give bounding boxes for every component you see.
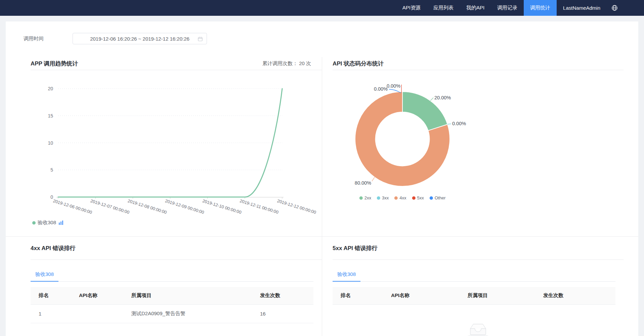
legend-item-3xx[interactable]: 3xx: [377, 195, 389, 200]
main-card: 调用时间 2019-12-06 16:20:26 ~ 2019-12-12 16…: [6, 21, 638, 336]
date-range-value: 2019-12-06 16:20:26 ~ 2019-12-12 16:20:2…: [90, 36, 189, 42]
rank-5xx-tabs: 验收308: [333, 267, 615, 282]
rank-4xx-title: 4xx API 错误排行: [31, 244, 76, 252]
nav-item-call-records[interactable]: 调用记录: [491, 0, 524, 16]
legend-label: 验收308: [38, 220, 56, 226]
call-time-label: 调用时间: [24, 36, 73, 42]
line-chart-svg: 051015202019-12-06 00:00:002019-12-07 00…: [31, 70, 322, 236]
cell-rank: 1: [31, 304, 71, 323]
legend-dot: [377, 196, 380, 200]
y-axis-tick-label: 15: [48, 113, 53, 118]
col-project: 所属项目: [460, 287, 535, 304]
table-header-row: 排名 API名称 所属项目 发生次数: [333, 287, 615, 304]
slice-label-5xx: 0.00%: [387, 83, 400, 89]
col-api-name: API名称: [383, 287, 460, 304]
nav-item-call-statistics[interactable]: 调用统计: [524, 0, 557, 16]
col-count: 发生次数: [252, 287, 313, 304]
legend-dot: [359, 196, 363, 200]
donut-legend[interactable]: 2xx3xx4xx5xxOther: [359, 195, 445, 200]
legend-label: 4xx: [399, 195, 406, 200]
top-nav: API资源 应用列表 我的API 调用记录 调用统计 LastNameAdmin: [0, 0, 644, 16]
charts-section: APP 调用趋势统计 累计调用次数： 20 次 051015202019-12-…: [6, 57, 638, 236]
cell-api-name: [71, 304, 123, 323]
y-axis-tick-label: 20: [48, 86, 53, 91]
nav-item-app-list[interactable]: 应用列表: [427, 0, 460, 16]
empty-inbox-icon: [467, 320, 489, 336]
legend-label: 3xx: [382, 195, 389, 200]
col-rank: 排名: [333, 287, 383, 304]
filter-row: 调用时间 2019-12-06 16:20:26 ~ 2019-12-12 16…: [6, 21, 638, 44]
nav-user-menu[interactable]: LastNameAdmin: [557, 0, 607, 16]
label-line-2xx: [430, 98, 433, 101]
table-row[interactable]: 1 测试D2A0909_警告告警 16: [31, 304, 313, 323]
legend-item-4xx[interactable]: 4xx: [394, 195, 406, 200]
app-trend-panel: APP 调用趋势统计 累计调用次数： 20 次 051015202019-12-…: [6, 57, 322, 236]
tab-app-308[interactable]: 验收308: [333, 267, 360, 282]
rank-5xx-panel: 5xx API 错误排行 验收308 排名 API名称 所属项目 发生次数: [322, 237, 638, 336]
label-line-4xx: [372, 177, 375, 181]
col-count: 发生次数: [535, 287, 615, 304]
x-axis-tick-label: 2019-12-09 00:00:00: [165, 198, 205, 215]
bar-chart-toggle-icon[interactable]: [59, 221, 64, 225]
error-rank-section: 4xx API 错误排行 验收308 排名 API名称 所属项目 发生次数: [6, 236, 638, 336]
legend-dot: [394, 196, 398, 200]
app-trend-title: APP 调用趋势统计: [31, 60, 78, 67]
rank-4xx-table: 排名 API名称 所属项目 发生次数 1 测试D2A0909_警告告警 16: [31, 287, 313, 323]
tab-app-308[interactable]: 验收308: [31, 267, 58, 282]
rank-4xx-tabs: 验收308: [31, 267, 313, 282]
col-project: 所属项目: [123, 287, 252, 304]
donut-chart-svg: 20.00%0.00%80.00%0.00%0.00%: [333, 70, 514, 194]
series-line: [58, 89, 282, 197]
nav-item-api-resources[interactable]: API资源: [396, 0, 427, 16]
line-chart-legend[interactable]: 验收308: [32, 220, 64, 226]
legend-item-Other[interactable]: Other: [430, 195, 446, 200]
rank-5xx-table: 排名 API名称 所属项目 发生次数: [333, 287, 615, 305]
legend-item-2xx[interactable]: 2xx: [359, 195, 371, 200]
table-header-row: 排名 API名称 所属项目 发生次数: [31, 287, 313, 304]
slice-label-Other: 0.00%: [374, 86, 388, 92]
status-code-panel: API 状态码分布统计 20.00%0.00%80.00%0.00%0.00% …: [322, 57, 638, 236]
calendar-icon: [198, 37, 203, 42]
x-axis-tick-label: 2019-12-10 00:00:00: [202, 198, 242, 215]
rank-4xx-panel: 4xx API 错误排行 验收308 排名 API名称 所属项目 发生次数: [6, 237, 322, 336]
rank-5xx-title: 5xx API 错误排行: [333, 244, 378, 252]
slice-label-3xx: 0.00%: [452, 121, 466, 126]
slice-label-4xx: 80.00%: [355, 180, 371, 186]
nav-item-my-api[interactable]: 我的API: [460, 0, 491, 16]
cell-count: 16: [252, 304, 313, 323]
legend-label: Other: [435, 195, 446, 200]
x-axis-tick-label: 2019-12-08 00:00:00: [127, 198, 167, 215]
legend-label: 5xx: [417, 195, 424, 200]
legend-label: 2xx: [364, 195, 371, 200]
status-code-title: API 状态码分布统计: [333, 60, 384, 67]
x-axis-tick-label: 2019-12-11 00:00:00: [239, 198, 279, 215]
language-globe-icon[interactable]: [607, 0, 622, 16]
x-axis-tick-label: 2019-12-06 00:00:00: [52, 198, 93, 215]
slice-label-2xx: 20.00%: [434, 95, 451, 100]
legend-dot: [430, 196, 433, 200]
col-api-name: API名称: [71, 287, 123, 304]
legend-dot: [32, 221, 36, 225]
empty-state: [333, 320, 624, 336]
x-axis-tick-label: 2019-12-07 00:00:00: [90, 198, 130, 215]
legend-item-5xx[interactable]: 5xx: [412, 195, 424, 200]
label-line-3xx: [447, 124, 451, 124]
y-axis-tick-label: 5: [50, 167, 53, 173]
date-range-picker[interactable]: 2019-12-06 16:20:26 ~ 2019-12-12 16:20:2…: [73, 33, 207, 44]
line-chart: 051015202019-12-06 00:00:002019-12-07 00…: [31, 70, 322, 236]
y-axis-tick-label: 10: [48, 140, 53, 146]
y-axis-tick-label: 0: [50, 194, 53, 200]
total-calls-text: 累计调用次数： 20 次: [262, 60, 322, 67]
legend-dot: [412, 196, 415, 200]
donut-chart: 20.00%0.00%80.00%0.00%0.00% 2xx3xx4xx5xx…: [333, 70, 624, 236]
cell-project: 测试D2A0909_警告告警: [123, 304, 252, 323]
x-axis-tick-label: 2019-12-12 00:00:00: [276, 198, 317, 215]
col-rank: 排名: [31, 287, 71, 304]
